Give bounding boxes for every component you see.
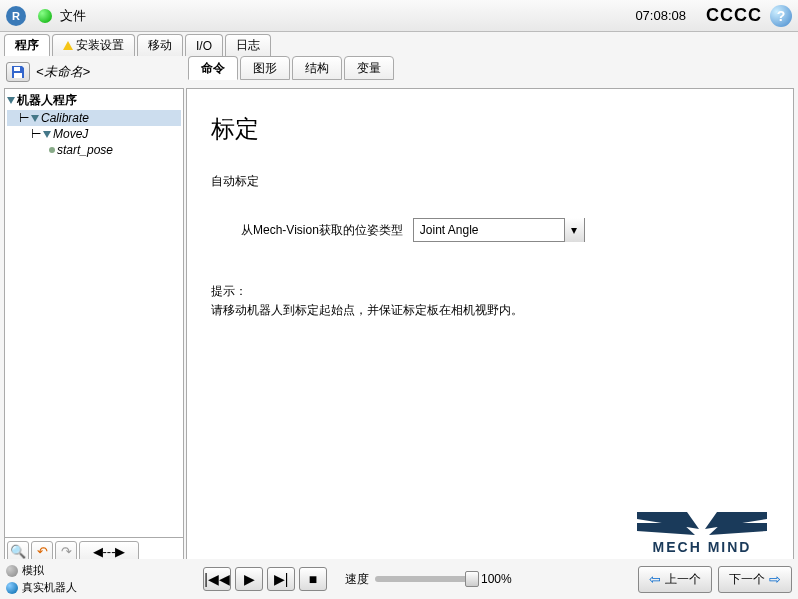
- svg-rect-1: [14, 73, 22, 78]
- section-subtitle: 自动标定: [211, 173, 769, 190]
- simulation-toggle[interactable]: 模拟 真实机器人: [6, 563, 77, 595]
- hint-text: 请移动机器人到标定起始点，并保证标定板在相机视野内。: [211, 301, 769, 320]
- prev-button[interactable]: ⇦上一个: [638, 566, 712, 593]
- dropdown-arrow-icon[interactable]: ▾: [564, 218, 584, 242]
- real-robot-radio-icon: [6, 582, 18, 594]
- content-tabs: 命令 图形 结构 变量: [184, 56, 400, 80]
- program-tree-panel: 机器人程序 ⊢ Calibrate ⊢ MoveJ start_pose 🔍 ↶…: [4, 88, 184, 566]
- save-button[interactable]: [6, 62, 30, 82]
- tree-node-calibrate[interactable]: ⊢ Calibrate: [7, 110, 181, 126]
- dropdown-value: Joint Angle: [414, 223, 564, 237]
- pose-type-label: 从Mech-Vision获取的位姿类型: [241, 222, 403, 239]
- arrow-right-icon: ⇨: [769, 571, 781, 587]
- tab-program[interactable]: 程序: [4, 34, 50, 56]
- warning-icon: [63, 41, 73, 50]
- main-tabs: 程序 安装设置 移动 I/O 日志: [0, 32, 798, 56]
- command-panel: 标定 自动标定 从Mech-Vision获取的位姿类型 Joint Angle …: [186, 88, 794, 566]
- title-bar: R 文件 07:08:08 CCCC ?: [0, 0, 798, 32]
- page-title: 标定: [211, 113, 769, 145]
- logo-wings-icon: [627, 507, 777, 539]
- pose-type-dropdown[interactable]: Joint Angle ▾: [413, 218, 585, 242]
- tree-root[interactable]: 机器人程序: [7, 91, 181, 110]
- step-button[interactable]: ▶|: [267, 567, 295, 591]
- expand-icon: [43, 131, 51, 138]
- program-name: <未命名>: [36, 63, 178, 81]
- hint-label: 提示：: [211, 282, 769, 301]
- program-name-row: <未命名>: [0, 56, 184, 88]
- logo-text: MECH MIND: [627, 539, 777, 555]
- tab-io[interactable]: I/O: [185, 34, 223, 56]
- footer-bar: 模拟 真实机器人 |◀◀ ▶ ▶| ■ 速度 100% ⇦上一个 下一个⇨: [0, 559, 798, 599]
- tab-variables[interactable]: 变量: [344, 56, 394, 80]
- status-ball-icon: [38, 9, 52, 23]
- speed-label: 速度: [345, 571, 369, 588]
- mechmind-logo: MECH MIND: [627, 507, 777, 555]
- speed-slider[interactable]: [375, 576, 475, 582]
- ur-logo: R: [6, 6, 26, 26]
- hint-block: 提示： 请移动机器人到标定起始点，并保证标定板在相机视野内。: [211, 282, 769, 320]
- slider-thumb-icon[interactable]: [465, 571, 479, 587]
- expand-icon: [31, 115, 39, 122]
- file-menu[interactable]: 文件: [60, 7, 86, 25]
- status-cccc: CCCC: [706, 5, 762, 26]
- tree-node-movej[interactable]: ⊢ MoveJ: [7, 126, 181, 142]
- tab-structure[interactable]: 结构: [292, 56, 342, 80]
- waypoint-icon: [49, 147, 55, 153]
- arrow-left-icon: ⇦: [649, 571, 661, 587]
- svg-rect-0: [14, 67, 20, 71]
- simulate-radio-icon: [6, 565, 18, 577]
- tab-log[interactable]: 日志: [225, 34, 271, 56]
- speed-control: 速度 100%: [345, 571, 512, 588]
- expand-icon: [7, 97, 15, 104]
- play-button[interactable]: ▶: [235, 567, 263, 591]
- help-button[interactable]: ?: [770, 5, 792, 27]
- clock: 07:08:08: [635, 8, 686, 23]
- program-tree[interactable]: 机器人程序 ⊢ Calibrate ⊢ MoveJ start_pose: [5, 89, 183, 537]
- speed-value: 100%: [481, 572, 512, 586]
- tab-command[interactable]: 命令: [188, 56, 238, 80]
- tree-node-startpose[interactable]: start_pose: [7, 142, 181, 158]
- tab-graphics[interactable]: 图形: [240, 56, 290, 80]
- tab-move[interactable]: 移动: [137, 34, 183, 56]
- next-button[interactable]: 下一个⇨: [718, 566, 792, 593]
- stop-button[interactable]: ■: [299, 567, 327, 591]
- tab-installation[interactable]: 安装设置: [52, 34, 135, 56]
- transport-controls: |◀◀ ▶ ▶| ■: [203, 567, 327, 591]
- rewind-button[interactable]: |◀◀: [203, 567, 231, 591]
